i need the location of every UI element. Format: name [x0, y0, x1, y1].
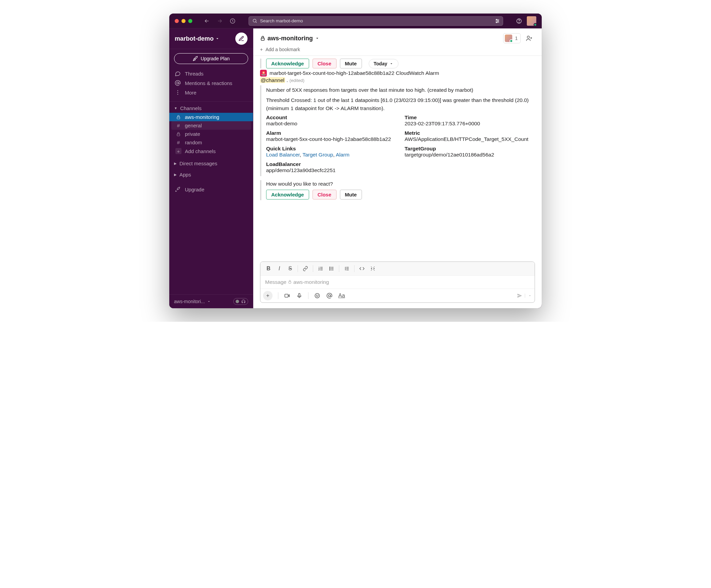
search-input[interactable]: Search marbot-demo — [249, 16, 503, 26]
sidebar-upgrade[interactable]: Upgrade — [169, 185, 253, 194]
audio-button[interactable] — [294, 291, 305, 300]
channel-general[interactable]: # general — [171, 121, 251, 130]
message-list[interactable]: Acknowledge Close Mute Today 🚨 marbot — [253, 56, 542, 261]
help-button[interactable] — [514, 16, 524, 26]
video-button[interactable] — [282, 291, 293, 300]
channel-title-button[interactable]: aws-monitoring — [260, 35, 320, 42]
sidebar-label: Mentions & reactions — [185, 80, 232, 86]
member-count-button[interactable]: 1 — [503, 33, 521, 43]
channel-label: general — [185, 123, 202, 128]
emoji-button[interactable] — [312, 291, 323, 300]
window-close[interactable] — [175, 19, 179, 23]
ordered-list-button[interactable] — [315, 264, 326, 273]
send-options[interactable] — [525, 294, 532, 298]
channel-random[interactable]: # random — [169, 138, 253, 147]
dms-section-toggle[interactable]: ▶ Direct messages — [169, 159, 253, 168]
close-button[interactable]: Close — [313, 190, 337, 200]
message-line2: Threshold Crossed: 1 out of the last 1 d… — [266, 96, 535, 112]
link-target-group[interactable]: Target Group — [302, 152, 333, 158]
field-key: Quick Links — [266, 146, 396, 152]
field-value: 2023-02-23T09:17:53.776+0000 — [405, 121, 535, 127]
hash-icon: # — [175, 123, 181, 128]
formatting-button[interactable]: Aa — [336, 291, 347, 300]
svg-point-3 — [498, 20, 499, 21]
channel-label: aws-monitoring — [185, 114, 219, 120]
window-minimize[interactable] — [181, 19, 186, 23]
workspace-switcher[interactable]: marbot-demo — [175, 35, 220, 42]
bullet-list-button[interactable] — [326, 264, 337, 273]
field-value: marbot-target-5xx-count-too-high-12abae5… — [266, 136, 396, 142]
sidebar-mentions[interactable]: Mentions & reactions — [169, 78, 253, 88]
message-input[interactable]: Message aws-monitoring — [260, 276, 535, 289]
blockquote-button[interactable] — [341, 264, 352, 273]
history-back[interactable] — [202, 16, 212, 26]
edited-label: (edited) — [289, 78, 304, 83]
channel-private[interactable]: private — [169, 130, 253, 138]
link-load-balancer[interactable]: Load Balancer — [266, 152, 300, 158]
mute-button[interactable]: Mute — [340, 59, 362, 68]
upgrade-plan-label: Upgrade Plan — [201, 56, 230, 61]
lock-icon — [175, 115, 181, 120]
field-key: Alarm — [266, 130, 396, 136]
sidebar-label: Threads — [185, 71, 203, 77]
channels-section-label: Channels — [180, 105, 201, 111]
field-value: AWS/ApplicationELB/HTTPCode_Target_5XX_C… — [405, 136, 535, 142]
send-button[interactable] — [517, 293, 523, 299]
sidebar-footer-channel[interactable]: aws-monitori... — [174, 299, 211, 304]
attach-button[interactable]: + — [263, 291, 273, 300]
apps-section-label: Apps — [179, 172, 191, 177]
code-button[interactable] — [357, 264, 367, 273]
add-bookmark[interactable]: + Add a bookmark — [253, 45, 542, 56]
window-zoom[interactable] — [188, 19, 192, 23]
composer-placeholder-prefix: Message — [265, 279, 288, 285]
link-button[interactable] — [300, 264, 311, 273]
at-icon — [175, 80, 181, 86]
compose-button[interactable] — [235, 33, 247, 45]
channels-section-toggle[interactable]: ▼ Channels — [169, 104, 253, 113]
link-alarm[interactable]: Alarm — [336, 152, 349, 158]
svg-point-6 — [519, 22, 519, 22]
svg-rect-19 — [285, 294, 288, 297]
add-member-button[interactable] — [523, 33, 535, 44]
mention-button[interactable] — [324, 291, 335, 300]
svg-point-22 — [316, 295, 317, 296]
chevron-down-icon — [389, 62, 393, 66]
composer-placeholder-channel: aws-monitoring — [294, 279, 329, 285]
bold-button[interactable]: B — [263, 264, 274, 273]
history-button[interactable] — [228, 16, 238, 26]
huddle-status-icon — [236, 300, 239, 303]
mute-button[interactable]: Mute — [340, 190, 362, 200]
svg-point-2 — [496, 19, 497, 20]
sidebar-threads[interactable]: Threads — [169, 69, 253, 78]
svg-rect-13 — [261, 38, 264, 40]
add-channels[interactable]: + Add channels — [169, 147, 253, 155]
sidebar-more[interactable]: More — [169, 88, 253, 97]
huddle-toggle[interactable] — [233, 298, 248, 305]
italic-button[interactable]: I — [274, 264, 285, 273]
acknowledge-button[interactable]: Acknowledge — [266, 59, 309, 68]
apps-section-toggle[interactable]: ▶ Apps — [169, 170, 253, 179]
footer-channel-label: aws-monitori... — [174, 299, 205, 304]
date-divider-today[interactable]: Today — [369, 59, 398, 68]
acknowledge-button[interactable]: Acknowledge — [266, 190, 309, 200]
strike-button[interactable]: S — [285, 264, 296, 273]
upgrade-plan-button[interactable]: Upgrade Plan — [174, 53, 248, 64]
composer: B I S Messag — [260, 261, 535, 303]
caret-right-icon: ▶ — [174, 162, 177, 165]
search-filter-icon[interactable] — [495, 18, 500, 24]
rocket-icon — [175, 186, 181, 192]
plus-icon: + — [260, 47, 263, 52]
chevron-down-icon — [215, 36, 220, 41]
search-placeholder: Search marbot-demo — [260, 18, 303, 23]
user-avatar[interactable] — [527, 16, 536, 26]
message-title: marbot-target-5xx-count-too-high-12abae5… — [270, 70, 439, 76]
svg-point-8 — [177, 90, 178, 91]
codeblock-button[interactable] — [367, 264, 378, 273]
field-value: app/demo/123a90d3ecfc2251 — [266, 167, 396, 173]
history-forward[interactable] — [215, 16, 225, 26]
svg-point-14 — [527, 36, 530, 38]
svg-point-24 — [328, 295, 330, 297]
close-button[interactable]: Close — [313, 59, 337, 68]
mention-channel[interactable]: @channel — [260, 77, 285, 83]
channel-aws-monitoring[interactable]: aws-monitoring — [169, 113, 253, 121]
